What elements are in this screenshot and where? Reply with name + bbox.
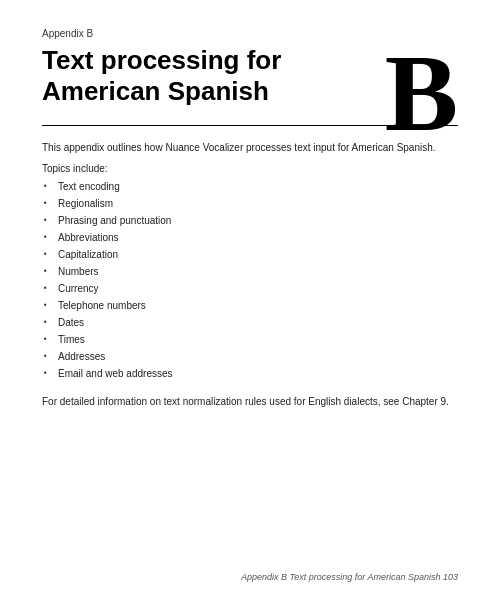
list-item: Text encoding bbox=[42, 178, 458, 195]
list-item: Times bbox=[42, 331, 458, 348]
page-footer-text: Appendix B Text processing for American … bbox=[241, 572, 458, 582]
list-item: Numbers bbox=[42, 263, 458, 280]
topics-label: Topics include: bbox=[42, 163, 458, 174]
topics-list: Text encodingRegionalismPhrasing and pun… bbox=[42, 178, 458, 382]
list-item: Capitalization bbox=[42, 246, 458, 263]
chapter-title: Text processing for American Spanish bbox=[42, 45, 282, 107]
list-item: Email and web addresses bbox=[42, 365, 458, 382]
footer-note: For detailed information on text normali… bbox=[42, 394, 458, 409]
list-item: Dates bbox=[42, 314, 458, 331]
list-item: Currency bbox=[42, 280, 458, 297]
list-item: Regionalism bbox=[42, 195, 458, 212]
page: Appendix B Text processing for American … bbox=[0, 0, 500, 600]
big-letter-b: B bbox=[385, 38, 458, 148]
list-item: Addresses bbox=[42, 348, 458, 365]
list-item: Telephone numbers bbox=[42, 297, 458, 314]
page-content: Appendix B Text processing for American … bbox=[0, 0, 500, 600]
list-item: Abbreviations bbox=[42, 229, 458, 246]
list-item: Phrasing and punctuation bbox=[42, 212, 458, 229]
